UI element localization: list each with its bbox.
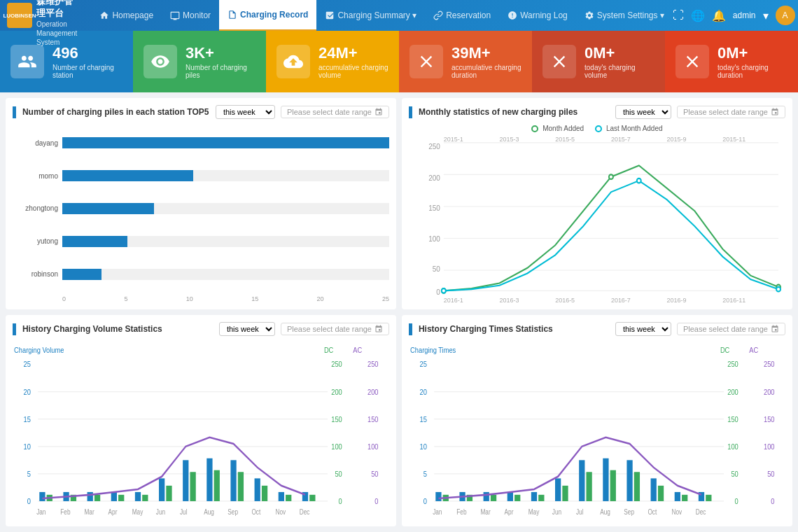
- svg-text:250: 250: [428, 143, 440, 150]
- stat-value-accum-dur: 39M+: [451, 44, 522, 62]
- svg-text:2016-7: 2016-7: [611, 297, 631, 302]
- nav-warning-log[interactable]: Warning Log: [499, 0, 576, 31]
- stat-info-today-vol: 0M+ today's charging volume: [584, 44, 654, 79]
- svg-text:250: 250: [368, 359, 379, 368]
- globe-icon[interactable]: 🌐: [691, 9, 705, 22]
- nav-system-settings[interactable]: System Settings ▾: [576, 0, 673, 31]
- svg-text:Jan: Jan: [433, 508, 442, 517]
- nav-charging-summary[interactable]: Charging Summary ▾: [316, 0, 425, 31]
- svg-text:Jan: Jan: [36, 508, 46, 517]
- svg-text:10: 10: [420, 442, 427, 451]
- legend-last-month-added: Last Month Added: [595, 125, 662, 132]
- svg-text:Jul: Jul: [576, 508, 584, 517]
- svg-text:0: 0: [339, 496, 342, 505]
- svg-text:Feb: Feb: [60, 508, 70, 517]
- svg-text:2015-11: 2015-11: [722, 136, 746, 143]
- panel2-svg: 0 50 100 150 200 250 2015-1 2015-3 2015-…: [409, 135, 785, 302]
- svg-rect-137: [610, 470, 616, 501]
- svg-text:200: 200: [727, 386, 738, 396]
- svg-text:Sep: Sep: [227, 508, 238, 517]
- svg-text:Dec: Dec: [696, 508, 706, 517]
- stat-icon-piles: [144, 45, 177, 78]
- panel1-date-range[interactable]: Please select date range: [281, 106, 389, 118]
- panel2-date-range[interactable]: Please select date range: [677, 106, 785, 118]
- stat-info-accum-vol: 24M+ accumulative charging volume: [318, 44, 388, 79]
- nav-monitor[interactable]: Monitor: [162, 0, 219, 31]
- panel3-svg: Charging Volume DC AC 0 5 10 15 20 25 0 …: [13, 342, 389, 519]
- svg-text:Charging Volume: Charging Volume: [14, 345, 64, 354]
- svg-rect-75: [214, 470, 220, 501]
- panel3-title: History Charging Volume Statistics: [13, 323, 162, 335]
- svg-text:150: 150: [428, 204, 440, 212]
- svg-text:250: 250: [764, 359, 775, 368]
- svg-rect-125: [603, 458, 608, 501]
- stat-label-accum-vol: accumulative charging volume: [318, 64, 388, 79]
- admin-dropdown-icon[interactable]: ▾: [763, 9, 769, 22]
- svg-text:Mar: Mar: [84, 508, 94, 517]
- hbar-track: [62, 203, 389, 214]
- stat-card-piles: 3K+ Number of charging piles: [133, 31, 266, 92]
- svg-text:250: 250: [727, 359, 738, 368]
- svg-text:10: 10: [24, 442, 31, 451]
- stat-icon-accum-dur: [410, 45, 443, 78]
- stat-icon-today-vol: [542, 45, 576, 78]
- panel2-chart-container: 0 50 100 150 200 250 2015-1 2015-3 2015-…: [409, 135, 785, 302]
- svg-text:200: 200: [331, 386, 342, 396]
- stat-label-accum-dur: accumulative charging duration: [451, 64, 522, 79]
- panel4-controls: this week last week Please select date r…: [615, 322, 785, 336]
- svg-rect-141: [706, 495, 711, 501]
- svg-point-29: [776, 287, 780, 292]
- svg-rect-120: [484, 492, 489, 501]
- notification-icon[interactable]: 🔔: [712, 9, 726, 22]
- svg-rect-70: [94, 495, 100, 501]
- svg-text:0: 0: [735, 496, 738, 505]
- nav-homepage[interactable]: Homepage: [91, 0, 162, 31]
- nav-charging-record[interactable]: Charging Record: [219, 0, 316, 31]
- hbar-row: dayang: [13, 137, 389, 148]
- panel3-date-range[interactable]: Please select date range: [281, 323, 389, 335]
- svg-text:Apr: Apr: [108, 508, 118, 517]
- svg-text:15: 15: [24, 414, 31, 424]
- svg-text:Aug: Aug: [204, 508, 214, 517]
- stat-info-today-dur: 0M+ today's charging duration: [718, 44, 788, 79]
- panel3-chart: Charging Volume DC AC 0 5 10 15 20 25 0 …: [13, 342, 389, 519]
- svg-rect-59: [111, 492, 117, 501]
- svg-rect-61: [159, 478, 164, 501]
- svg-text:200: 200: [428, 174, 440, 182]
- svg-rect-77: [262, 486, 267, 501]
- stat-value-today-vol: 0M+: [584, 44, 654, 62]
- panel3-header: History Charging Volume Statistics this …: [13, 322, 389, 336]
- svg-text:200: 200: [368, 386, 379, 396]
- avatar[interactable]: A: [776, 6, 795, 25]
- nav-reservation[interactable]: Reservation: [425, 0, 499, 31]
- svg-rect-126: [626, 460, 632, 501]
- hbar-track: [62, 170, 389, 181]
- panel3-week-select[interactable]: this week last week: [219, 322, 275, 336]
- svg-rect-63: [206, 458, 212, 501]
- stats-bar: 496 Number of charging station 3K+ Numbe…: [0, 31, 798, 92]
- admin-label[interactable]: admin: [733, 10, 756, 20]
- svg-text:Nov: Nov: [672, 508, 682, 517]
- header: LUOBINSEN 大连罗宾森维护管理平台 Operation Manageme…: [0, 0, 798, 31]
- svg-text:2016-11: 2016-11: [722, 297, 746, 302]
- svg-text:2016-3: 2016-3: [500, 297, 519, 302]
- hbar-track: [62, 269, 389, 280]
- fullscreen-icon[interactable]: ⛶: [673, 9, 684, 22]
- svg-text:20: 20: [420, 386, 427, 396]
- panel1-chart: dayangmomozhongtongyutongrobinson: [13, 125, 389, 295]
- svg-text:2015-5: 2015-5: [555, 136, 575, 143]
- panel4-week-select[interactable]: this week last week: [615, 322, 671, 336]
- svg-text:0: 0: [374, 496, 378, 505]
- hbar-row: robinson: [13, 269, 389, 280]
- panel4-date-range[interactable]: Please select date range: [677, 323, 785, 335]
- svg-text:Apr: Apr: [505, 508, 514, 517]
- panel4-title: History Charging Times Statistics: [409, 323, 553, 335]
- panel2-week-select[interactable]: this week last week: [615, 105, 671, 119]
- hbar-row: zhongtong: [13, 203, 389, 214]
- svg-point-28: [637, 178, 641, 183]
- stat-card-accum-vol: 24M+ accumulative charging volume: [266, 31, 399, 92]
- panel1-week-select[interactable]: this week last week this month: [216, 105, 275, 119]
- svg-rect-127: [651, 478, 657, 501]
- hbar-fill: [62, 269, 102, 280]
- svg-text:Aug: Aug: [600, 508, 610, 517]
